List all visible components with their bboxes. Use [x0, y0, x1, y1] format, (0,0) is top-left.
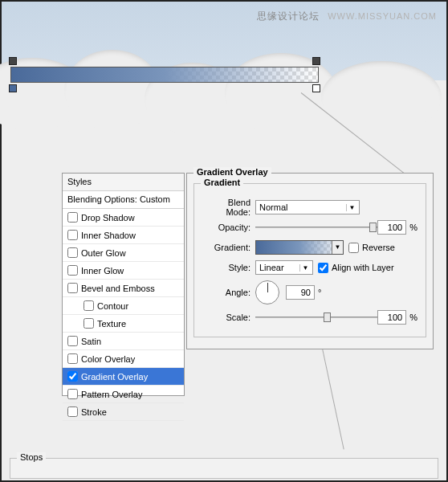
align-label: Align with Layer [332, 263, 394, 272]
style-item-label: Drop Shadow [81, 213, 135, 223]
style-item-pattern-overlay[interactable]: Pattern Overlay [63, 386, 184, 403]
angle-label: Angle: [202, 288, 255, 297]
style-checkbox[interactable] [67, 389, 78, 399]
style-item-label: Inner Glow [81, 266, 124, 276]
style-checkbox[interactable] [67, 353, 78, 364]
style-checkbox[interactable] [67, 265, 78, 276]
watermark-cn: 思缘设计论坛 [257, 10, 320, 22]
style-checkbox[interactable] [67, 247, 78, 258]
chevron-down-icon: ▼ [346, 204, 357, 211]
section-title: Gradient Overlay [193, 167, 271, 177]
reverse-checkbox-input[interactable] [348, 243, 359, 253]
style-item-label: Inner Shadow [81, 231, 136, 240]
blend-mode-dropdown[interactable]: Normal ▼ [255, 200, 360, 214]
align-checkbox[interactable]: Align with Layer [318, 263, 394, 273]
watermark-url: WWW.MISSYUAN.COM [328, 11, 437, 21]
opacity-input[interactable] [377, 220, 406, 235]
gradient-label: Gradient: [202, 243, 255, 252]
scale-input[interactable] [377, 310, 406, 325]
styles-panel: Styles Blending Options: Custom Drop Sha… [62, 173, 185, 396]
style-item-inner-shadow[interactable]: Inner Shadow [63, 227, 184, 244]
stops-title: Stops [17, 452, 46, 462]
gradient-preview[interactable] [10, 67, 319, 83]
style-item-label: Bevel and Emboss [81, 284, 155, 293]
styles-list: Drop ShadowInner ShadowOuter GlowInner G… [63, 209, 184, 421]
styles-header[interactable]: Styles [63, 174, 184, 191]
scale-slider[interactable] [255, 311, 377, 324]
style-checkbox[interactable] [67, 371, 78, 382]
style-item-label: Satin [81, 337, 101, 346]
chevron-down-icon: ▼ [332, 241, 343, 254]
blend-mode-row: Blend Mode: Normal ▼ [202, 199, 417, 215]
angle-dial[interactable] [255, 280, 279, 304]
scale-row: Scale: % [202, 309, 417, 325]
opacity-row: Opacity: % [202, 219, 417, 235]
pct-label: % [409, 312, 417, 322]
blending-options-row[interactable]: Blending Options: Custom [63, 191, 184, 209]
style-checkbox[interactable] [67, 406, 78, 417]
gradient-row: Gradient: ▼ Reverse [202, 239, 417, 255]
style-item-bevel-and-emboss[interactable]: Bevel and Emboss [63, 280, 184, 297]
style-checkbox[interactable] [67, 283, 78, 293]
style-item-gradient-overlay[interactable]: Gradient Overlay [63, 368, 184, 386]
align-checkbox-input[interactable] [318, 263, 328, 273]
angle-row: Angle: ° [202, 280, 417, 305]
color-stop[interactable] [312, 84, 320, 92]
style-item-label: Outer Glow [81, 248, 126, 258]
blend-mode-value: Normal [259, 202, 287, 212]
style-item-label: Contour [97, 301, 128, 311]
gradient-overlay-panel: Gradient Overlay Gradient Blend Mode: No… [186, 173, 434, 349]
style-checkbox[interactable] [67, 336, 78, 346]
pct-label: % [409, 223, 417, 232]
gradient-swatch-dropdown[interactable]: ▼ [255, 240, 344, 255]
gradient-bar[interactable] [10, 59, 319, 91]
watermark: 思缘设计论坛 WWW.MISSYUAN.COM [257, 10, 437, 23]
style-item-label: Pattern Overlay [81, 390, 142, 399]
style-checkbox[interactable] [83, 318, 94, 329]
reverse-checkbox[interactable]: Reverse [348, 243, 395, 253]
style-checkbox[interactable] [83, 300, 94, 311]
angle-unit: ° [318, 288, 321, 297]
style-value: Linear [259, 263, 284, 272]
style-checkbox[interactable] [67, 212, 78, 223]
color-stop[interactable] [9, 84, 17, 92]
angle-input[interactable] [286, 285, 315, 300]
style-item-outer-glow[interactable]: Outer Glow [63, 244, 184, 262]
style-item-satin[interactable]: Satin [63, 333, 184, 350]
style-item-contour[interactable]: Contour [63, 297, 184, 315]
style-item-inner-glow[interactable]: Inner Glow [63, 262, 184, 280]
style-item-label: Texture [97, 319, 126, 329]
chevron-down-icon: ▼ [299, 264, 311, 272]
style-checkbox[interactable] [67, 230, 78, 240]
style-item-label: Stroke [81, 407, 107, 417]
style-item-drop-shadow[interactable]: Drop Shadow [63, 209, 184, 227]
style-item-stroke[interactable]: Stroke [63, 403, 184, 421]
style-label: Style: [202, 263, 255, 272]
opacity-label: Opacity: [202, 223, 255, 232]
style-item-label: Gradient Overlay [81, 372, 148, 382]
reverse-label: Reverse [362, 243, 395, 252]
style-item-label: Color Overlay [81, 354, 135, 364]
opacity-stop[interactable] [312, 57, 320, 65]
blend-mode-label: Blend Mode: [202, 198, 255, 217]
style-item-texture[interactable]: Texture [63, 315, 184, 333]
style-item-color-overlay[interactable]: Color Overlay [63, 350, 184, 368]
style-dropdown[interactable]: Linear ▼ [255, 260, 313, 275]
gradient-group-title: Gradient [201, 178, 243, 187]
opacity-slider[interactable] [255, 221, 377, 234]
scale-label: Scale: [202, 312, 255, 322]
opacity-stop[interactable] [9, 57, 17, 65]
style-row: Style: Linear ▼ Align with Layer [202, 259, 417, 276]
